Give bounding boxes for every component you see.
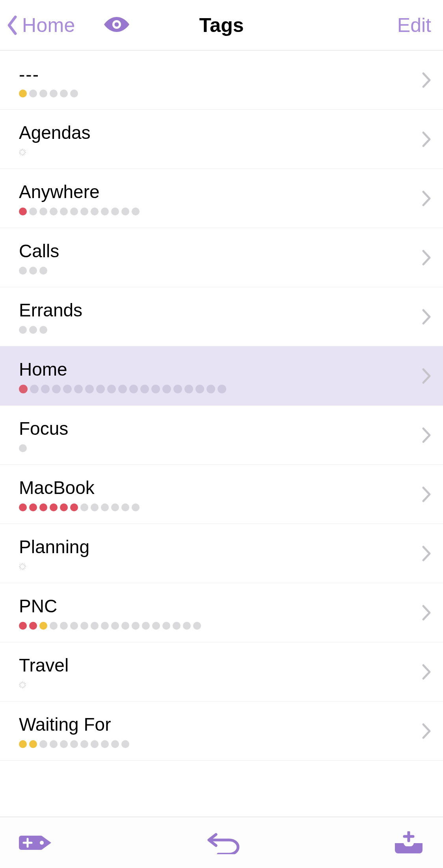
chevron-right-icon <box>421 485 432 503</box>
tag-row[interactable]: --- <box>0 51 443 110</box>
status-dot <box>60 740 68 748</box>
tag-status-dots <box>19 444 408 453</box>
loading-spinner-icon <box>19 563 26 570</box>
status-dot <box>184 385 193 393</box>
status-dot <box>19 503 27 511</box>
status-dot <box>60 208 68 215</box>
status-dot <box>39 740 47 748</box>
status-dot <box>129 385 138 393</box>
chevron-right-icon <box>421 663 432 681</box>
chevron-right-icon <box>421 249 432 267</box>
tag-row[interactable]: Travel <box>0 642 443 702</box>
status-dot <box>29 208 37 215</box>
tag-status-dots <box>19 385 408 393</box>
status-dot <box>30 385 39 393</box>
page-title-text: Tags <box>199 14 244 37</box>
status-dot <box>70 208 78 215</box>
status-dot <box>121 622 129 630</box>
new-tag-button[interactable] <box>19 832 54 853</box>
undo-icon <box>207 831 240 854</box>
status-dot <box>70 90 78 97</box>
tag-row[interactable]: MacBook <box>0 465 443 524</box>
loading-spinner-icon <box>19 681 26 688</box>
add-to-inbox-button[interactable] <box>393 831 424 854</box>
tag-status-dots <box>19 681 408 689</box>
status-dot <box>29 90 37 97</box>
status-dot <box>91 622 99 630</box>
tag-label: Home <box>19 358 408 381</box>
preview-toggle-button[interactable] <box>102 0 131 50</box>
tag-status-dots <box>19 740 408 748</box>
chevron-right-icon <box>421 604 432 622</box>
tag-row[interactable]: Planning <box>0 524 443 583</box>
status-dot <box>101 503 109 511</box>
status-dot <box>118 385 127 393</box>
status-dot <box>162 385 171 393</box>
tag-status-dots <box>19 148 408 157</box>
chevron-right-icon <box>421 71 432 89</box>
tag-row[interactable]: Errands <box>0 287 443 346</box>
tag-label: Travel <box>19 654 408 677</box>
status-dot <box>29 326 37 334</box>
status-dot <box>74 385 83 393</box>
back-label: Home <box>22 14 75 37</box>
chevron-right-icon <box>421 544 432 563</box>
tag-status-dots <box>19 621 408 630</box>
status-dot <box>39 503 47 511</box>
inbox-plus-icon <box>393 831 424 854</box>
chevron-right-icon <box>421 367 432 385</box>
loading-spinner-icon <box>19 149 26 156</box>
status-dot <box>96 385 105 393</box>
status-dot <box>19 622 27 630</box>
chevron-right-icon <box>421 308 432 326</box>
tag-row[interactable]: Waiting For <box>0 702 443 761</box>
tag-status-dots <box>19 207 408 216</box>
tag-row[interactable]: PNC <box>0 583 443 642</box>
chevron-right-icon <box>421 130 432 148</box>
status-dot <box>101 740 109 748</box>
status-dot <box>50 622 58 630</box>
status-dot <box>70 740 78 748</box>
tag-label: PNC <box>19 595 408 618</box>
status-dot <box>39 208 47 215</box>
back-button[interactable]: Home <box>6 0 75 50</box>
status-dot <box>173 622 181 630</box>
status-dot <box>140 385 149 393</box>
tag-label: Anywhere <box>19 181 408 204</box>
status-dot <box>183 622 191 630</box>
status-dot <box>111 740 119 748</box>
status-dot <box>60 503 68 511</box>
tag-label: Planning <box>19 536 408 559</box>
tags-list-container: ---AgendasAnywhereCallsErrandsHomeFocusM… <box>0 51 443 817</box>
status-dot <box>101 208 109 215</box>
status-dot <box>29 622 37 630</box>
edit-button[interactable]: Edit <box>397 0 431 50</box>
status-dot <box>50 740 58 748</box>
status-dot <box>60 90 68 97</box>
tag-label: Errands <box>19 299 408 322</box>
status-dot <box>19 267 27 275</box>
status-dot <box>111 622 119 630</box>
undo-button[interactable] <box>207 831 240 854</box>
status-dot <box>111 503 119 511</box>
status-dot <box>101 622 109 630</box>
status-dot <box>70 622 78 630</box>
chevron-right-icon <box>421 189 432 208</box>
bottom-toolbar <box>0 817 443 868</box>
tag-row[interactable]: Home <box>0 346 443 406</box>
status-dot <box>121 740 129 748</box>
tag-label: --- <box>19 64 408 85</box>
status-dot <box>132 622 140 630</box>
navigation-bar: Home Tags Edit <box>0 0 443 51</box>
tag-row[interactable]: Calls <box>0 228 443 287</box>
status-dot <box>121 503 129 511</box>
tag-row[interactable]: Focus <box>0 406 443 465</box>
tag-row[interactable]: Anywhere <box>0 169 443 228</box>
svg-point-1 <box>115 22 119 26</box>
status-dot <box>132 503 140 511</box>
status-dot <box>80 740 88 748</box>
status-dot <box>173 385 182 393</box>
status-dot <box>80 208 88 215</box>
tag-row[interactable]: Agendas <box>0 110 443 169</box>
status-dot <box>63 385 72 393</box>
